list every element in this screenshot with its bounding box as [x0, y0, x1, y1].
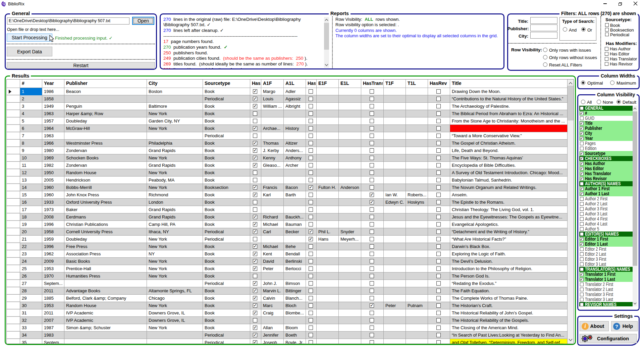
svg-text:B: B: [2, 1, 6, 7]
